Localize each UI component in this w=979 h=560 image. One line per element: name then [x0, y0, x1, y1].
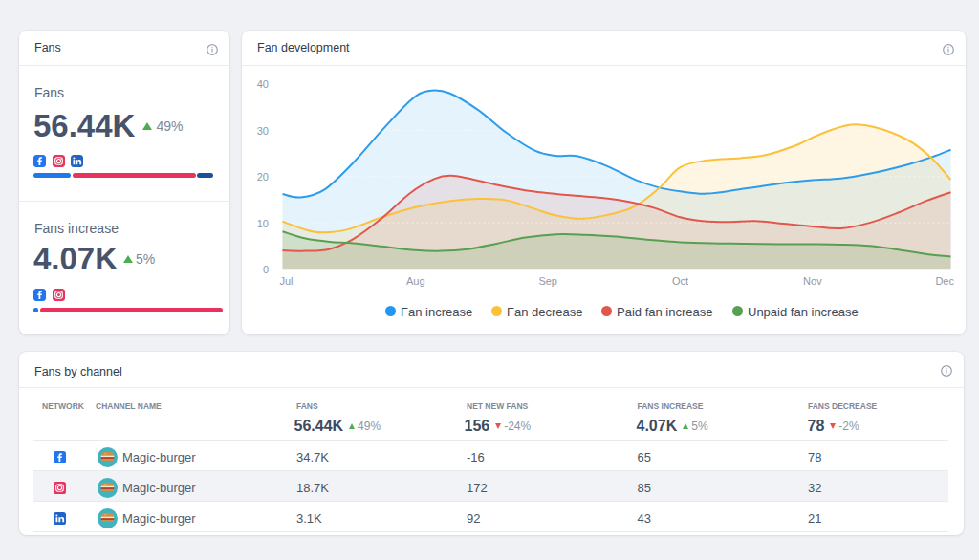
- svg-text:Oct: Oct: [672, 275, 688, 287]
- svg-text:40: 40: [257, 78, 269, 90]
- svg-text:30: 30: [257, 125, 269, 137]
- svg-text:Jul: Jul: [279, 275, 293, 287]
- svg-text:10: 10: [257, 218, 269, 229]
- svg-text:Aug: Aug: [406, 275, 425, 287]
- svg-text:Nov: Nov: [803, 275, 822, 287]
- svg-text:0: 0: [263, 264, 269, 275]
- svg-text:20: 20: [257, 171, 269, 183]
- svg-text:Sep: Sep: [538, 275, 557, 287]
- svg-text:Dec: Dec: [935, 275, 954, 287]
